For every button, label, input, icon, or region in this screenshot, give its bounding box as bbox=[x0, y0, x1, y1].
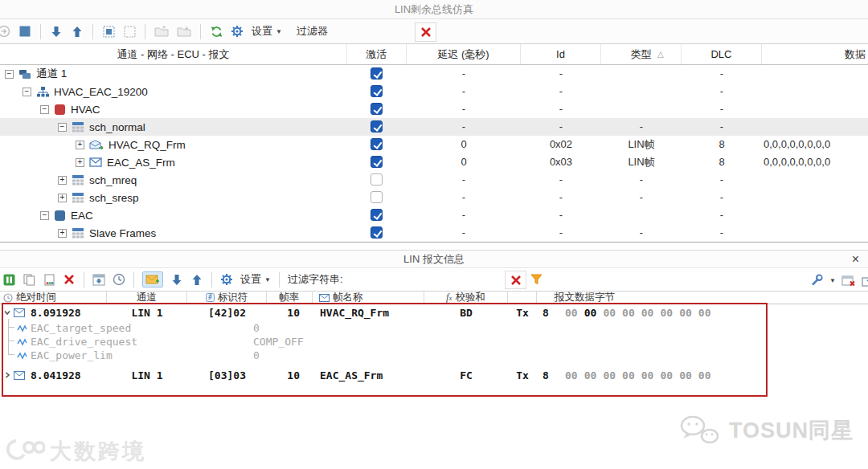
column-header-channel[interactable]: 通道 bbox=[107, 292, 187, 304]
active-checkbox[interactable] bbox=[371, 226, 383, 239]
cell-delay: - bbox=[407, 83, 521, 100]
tree-row[interactable]: − EAC - - - bbox=[0, 206, 868, 224]
popout-icon[interactable] bbox=[862, 271, 868, 289]
cell-frame-name: EAC_AS_Frm bbox=[320, 367, 383, 384]
column-header-delay[interactable]: 延迟 (毫秒) bbox=[407, 44, 521, 64]
column-header-active[interactable]: 激活 bbox=[347, 44, 407, 64]
data-byte: 00 bbox=[584, 304, 597, 321]
active-checkbox[interactable] bbox=[371, 138, 383, 150]
column-header-direction[interactable] bbox=[508, 292, 537, 304]
move-up-icon[interactable] bbox=[71, 22, 84, 40]
copy-icon[interactable] bbox=[23, 271, 35, 288]
expander-toggle[interactable]: + bbox=[76, 158, 84, 167]
export-file-icon[interactable] bbox=[177, 22, 191, 40]
pause-icon[interactable] bbox=[2, 271, 15, 288]
cell-dlc: - bbox=[682, 206, 762, 224]
message-row[interactable]: 8.091928 LIN 1 [42]02 10 HVAC_RQ_Frm BD … bbox=[0, 304, 868, 321]
active-checkbox[interactable] bbox=[371, 85, 383, 97]
clear-icon[interactable] bbox=[63, 271, 76, 288]
active-checkbox[interactable] bbox=[371, 209, 383, 221]
tree-row[interactable]: − sch_normal - - - - bbox=[0, 118, 868, 136]
clear-filter-button[interactable] bbox=[505, 271, 526, 289]
active-checkbox[interactable] bbox=[371, 173, 383, 186]
message-row[interactable]: 8.041928 LIN 1 [03]03 10 EAC_AS_Frm FC T… bbox=[0, 367, 868, 384]
signal-name: EAC_drive_request bbox=[31, 335, 137, 349]
expander-toggle[interactable]: + bbox=[58, 229, 67, 238]
expander-toggle[interactable]: − bbox=[40, 105, 49, 114]
settings-button[interactable]: 设置 ▼ bbox=[252, 24, 282, 39]
move-up-icon[interactable] bbox=[190, 271, 203, 288]
toolbar-separator bbox=[200, 24, 201, 39]
chevron-down-icon[interactable]: ▼ bbox=[829, 277, 836, 284]
column-header-id[interactable]: Id bbox=[521, 44, 601, 64]
tree-row[interactable]: + HVAC_RQ_Frm 0 0x02 LIN帧 8 0,0,0,0,0,0,… bbox=[0, 136, 868, 153]
expander-toggle[interactable]: − bbox=[58, 123, 67, 132]
resume-icon[interactable] bbox=[0, 22, 10, 40]
filter-button[interactable]: 过滤器 bbox=[297, 24, 328, 39]
select-all-icon[interactable] bbox=[102, 22, 115, 40]
column-header-tree[interactable]: 通道 - 网络 - ECU - 报文 bbox=[0, 44, 347, 64]
cell-dlc: - bbox=[682, 224, 762, 242]
expander-toggle[interactable]: + bbox=[58, 194, 67, 202]
cell-dlc: 8 bbox=[682, 153, 762, 171]
copy-with-colors-icon[interactable] bbox=[43, 271, 55, 288]
column-header-checksum[interactable]: fx 校验和 bbox=[424, 292, 508, 304]
stop-filter-button[interactable] bbox=[415, 22, 436, 42]
active-checkbox[interactable] bbox=[371, 103, 383, 115]
signal-row[interactable]: EAC_power_lim 0 bbox=[0, 349, 868, 362]
active-checkbox[interactable] bbox=[371, 120, 383, 133]
column-header-abs-time[interactable]: 绝对时间 bbox=[0, 292, 107, 304]
close-panels-icon[interactable] bbox=[841, 271, 856, 289]
expander-toggle[interactable]: − bbox=[40, 211, 49, 220]
expand-caret[interactable] bbox=[2, 308, 12, 317]
expander-toggle[interactable]: − bbox=[5, 70, 14, 79]
deselect-all-icon[interactable] bbox=[123, 22, 136, 40]
move-down-icon[interactable] bbox=[170, 271, 183, 288]
active-checkbox[interactable] bbox=[371, 67, 383, 80]
signal-row[interactable]: EAC_target_speed 0 bbox=[0, 321, 868, 335]
close-panel-button[interactable]: × bbox=[852, 251, 859, 267]
tree-table-body: − 通道 1 - - - − HVAC_EAC_19200 - - - − HV… bbox=[0, 65, 868, 243]
wrench-icon[interactable] bbox=[810, 271, 824, 289]
expand-caret[interactable] bbox=[2, 370, 12, 380]
import-file-icon[interactable] bbox=[154, 22, 169, 40]
tree-row[interactable]: − HVAC_EAC_19200 - - - bbox=[0, 83, 868, 100]
tree-row[interactable]: − 通道 1 - - - bbox=[0, 65, 868, 83]
column-header-identifier[interactable]: # 标识符 bbox=[187, 292, 267, 304]
tree-row[interactable]: + sch_sresp - - - - bbox=[0, 189, 868, 206]
insert-frame-button[interactable] bbox=[142, 271, 163, 288]
clock-icon bbox=[3, 293, 13, 303]
tree-row[interactable]: + sch_mreq - - - - bbox=[0, 171, 868, 189]
active-checkbox[interactable] bbox=[371, 156, 383, 168]
column-header-rate[interactable]: 帧率 bbox=[267, 292, 313, 304]
stop-icon[interactable] bbox=[18, 22, 31, 40]
expander-toggle[interactable]: − bbox=[23, 88, 31, 96]
tree-row[interactable]: − HVAC - - - bbox=[0, 100, 868, 118]
refresh-icon[interactable] bbox=[210, 22, 223, 40]
signal-row[interactable]: EAC_drive_request COMP_OFF bbox=[0, 335, 868, 349]
cell-id: 0x03 bbox=[521, 153, 601, 171]
gear-icon[interactable] bbox=[231, 22, 244, 40]
column-header-dlc[interactable]: DLC bbox=[682, 44, 762, 64]
window-title: LIN剩余总线仿真 bbox=[0, 0, 868, 19]
tree-row[interactable]: + Slave Frames - - - - bbox=[0, 224, 868, 242]
toolbar-separator bbox=[133, 272, 134, 288]
move-down-icon[interactable] bbox=[50, 22, 63, 40]
settings-button[interactable]: 设置 ▼ bbox=[240, 272, 271, 287]
column-header-frame-name[interactable]: 帧名称 bbox=[313, 292, 424, 304]
active-checkbox[interactable] bbox=[371, 191, 383, 203]
clock-icon[interactable] bbox=[113, 271, 125, 288]
sort-ascending-icon[interactable]: △ bbox=[657, 44, 672, 64]
gear-icon[interactable] bbox=[220, 271, 233, 288]
watermark-right-text: TOSUN同星 bbox=[729, 416, 854, 445]
expander-toggle[interactable]: + bbox=[76, 141, 84, 149]
cell-dlc: - bbox=[682, 65, 762, 83]
column-header-data-bytes[interactable]: 报文数据字节 bbox=[555, 292, 772, 304]
data-byte: 00 bbox=[622, 367, 635, 384]
scroll-lock-icon[interactable] bbox=[92, 271, 105, 288]
tree-row[interactable]: + EAC_AS_Frm 0 0x03 LIN帧 8 0,0,0,0,0,0,0… bbox=[0, 153, 868, 171]
expander-toggle[interactable]: + bbox=[58, 176, 67, 185]
column-header-dlc[interactable] bbox=[537, 292, 555, 304]
column-header-data[interactable]: 数据 bbox=[762, 44, 868, 64]
filter-funnel-icon[interactable] bbox=[530, 274, 542, 285]
